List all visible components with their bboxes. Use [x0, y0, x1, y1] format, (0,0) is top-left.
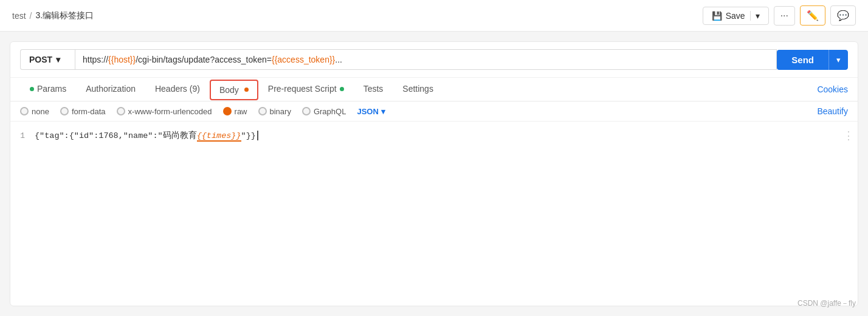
tab-settings-label: Settings [402, 84, 433, 94]
radio-graphql[interactable] [302, 107, 311, 115]
text-cursor [257, 131, 258, 140]
radio-urlencoded[interactable] [117, 107, 125, 115]
save-label: Save [726, 11, 745, 21]
breadcrumb-current: 3.编辑标签接口 [35, 10, 94, 21]
watermark: CSDN @jaffe－fly [797, 298, 856, 309]
url-suffix: ... [335, 55, 342, 64]
send-dropdown-button[interactable]: ▾ [828, 50, 848, 70]
tab-headers-label: Headers (9) [155, 84, 200, 94]
params-dot [30, 87, 34, 91]
comment-icon-button[interactable]: 💬 [830, 5, 856, 26]
tab-body-label: Body [219, 85, 239, 95]
code-line-1: 1 {"tag":{"id":1768,"name":"码尚教育{{times}… [10, 129, 858, 142]
tab-headers[interactable]: Headers (9) [145, 78, 210, 101]
json-format-label: JSON [357, 107, 378, 116]
radio-form-data[interactable] [60, 107, 69, 115]
code-line-content: {"tag":{"id":1768,"name":"码尚教育{{times}}"… [35, 130, 256, 141]
option-binary-label: binary [270, 107, 291, 116]
tab-tests[interactable]: Tests [354, 78, 393, 101]
method-label: POST [29, 55, 52, 64]
option-none-label: none [32, 107, 49, 116]
option-urlencoded[interactable]: x-www-form-urlencoded [117, 107, 212, 116]
resize-handle-icon[interactable]: ⋮ [843, 129, 854, 142]
code-times-variable: {{times}} [197, 131, 241, 142]
url-prefix: https:// [83, 55, 108, 64]
save-icon: 💾 [712, 11, 722, 21]
radio-raw[interactable] [223, 107, 232, 115]
json-format-dropdown-icon: ▾ [381, 107, 385, 116]
option-raw-label: raw [235, 107, 247, 116]
option-urlencoded-label: x-www-form-urlencoded [128, 107, 212, 116]
option-graphql[interactable]: GraphQL [302, 107, 346, 116]
url-path: /cgi-bin/tags/update?access_token= [136, 55, 272, 64]
send-button-group: Send ▾ [777, 50, 848, 70]
top-bar: test / 3.编辑标签接口 💾 Save ▾ ··· ✏️ 💬 [0, 0, 868, 32]
code-part1: {"tag":{"id":1768,"name":" [35, 131, 163, 140]
radio-binary[interactable] [258, 107, 267, 115]
body-options-row: none form-data x-www-form-urlencoded raw… [10, 101, 858, 122]
beautify-button[interactable]: Beautify [817, 106, 848, 116]
tab-params-label: Params [37, 84, 66, 94]
code-chinese: 码尚教育 [163, 131, 197, 140]
cookies-link[interactable]: Cookies [817, 84, 848, 94]
code-part2: "}} [241, 131, 256, 140]
body-dot [244, 88, 249, 92]
line-number-1: 1 [10, 131, 35, 140]
breadcrumb-separator: / [30, 11, 32, 21]
tab-prerequest-label: Pre-request Script [268, 84, 337, 94]
tab-prerequest[interactable]: Pre-request Script [258, 78, 354, 101]
breadcrumb: test / 3.编辑标签接口 [12, 10, 94, 21]
send-button[interactable]: Send [777, 50, 828, 70]
option-none[interactable]: none [20, 107, 49, 116]
tabs-row: Params Authorization Headers (9) Body Pr… [10, 78, 858, 101]
more-options-button[interactable]: ··· [774, 6, 795, 26]
radio-none[interactable] [20, 107, 29, 115]
json-format-select[interactable]: JSON ▾ [357, 107, 385, 116]
request-row: POST ▾ https://{{host}}/cgi-bin/tags/upd… [10, 42, 858, 78]
url-token-variable: {{access_token}} [272, 55, 335, 64]
option-graphql-label: GraphQL [314, 107, 346, 116]
breadcrumb-root: test [12, 11, 26, 21]
url-display[interactable]: https://{{host}}/cgi-bin/tags/update?acc… [75, 49, 777, 70]
tab-settings[interactable]: Settings [393, 78, 443, 101]
tab-authorization-label: Authorization [86, 84, 136, 94]
save-button[interactable]: 💾 Save ▾ [703, 7, 769, 25]
tab-tests-label: Tests [363, 84, 384, 94]
option-form-data-label: form-data [72, 107, 106, 116]
method-dropdown-icon: ▾ [56, 55, 60, 64]
option-form-data[interactable]: form-data [60, 107, 106, 116]
url-host-variable: {{host}} [108, 55, 136, 64]
method-select[interactable]: POST ▾ [20, 49, 75, 70]
edit-icon-button[interactable]: ✏️ [800, 5, 825, 26]
tab-authorization[interactable]: Authorization [76, 78, 145, 101]
tab-body[interactable]: Body [210, 80, 258, 100]
option-raw[interactable]: raw [223, 107, 247, 116]
main-panel: POST ▾ https://{{host}}/cgi-bin/tags/upd… [10, 41, 858, 306]
top-bar-actions: 💾 Save ▾ ··· ✏️ 💬 [703, 5, 856, 26]
prerequest-dot [340, 87, 344, 91]
save-dropdown-arrow[interactable]: ▾ [750, 11, 760, 21]
code-editor[interactable]: 1 {"tag":{"id":1768,"name":"码尚教育{{times}… [10, 122, 858, 306]
tab-params[interactable]: Params [20, 78, 76, 101]
option-binary[interactable]: binary [258, 107, 291, 116]
